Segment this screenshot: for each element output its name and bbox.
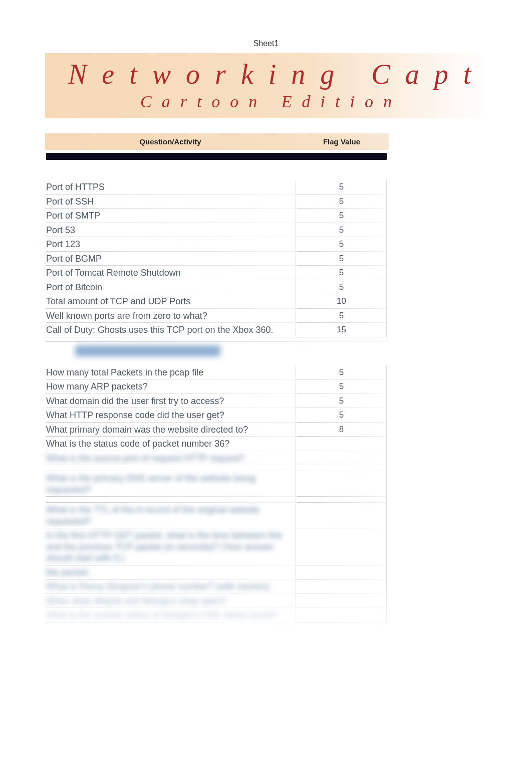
blurred-cell: What is the TTL of the A record of the o… — [45, 503, 296, 528]
value-cell: 5 — [296, 309, 387, 323]
value-cell: 5 — [296, 209, 387, 223]
value-cell: 8 — [296, 423, 387, 437]
value-cell: 5 — [296, 237, 387, 252]
blurred-cell — [296, 565, 387, 580]
table-row: How many ARP packets? 5 — [45, 379, 389, 394]
blurred-cell — [296, 608, 387, 623]
blurred-cell: What is the outside radius of Hodges's C… — [45, 608, 296, 623]
table-row: How many total Packets in the pcap file … — [45, 365, 389, 380]
blurred-row: What is Penny Simpson's phone number? (w… — [45, 579, 389, 594]
table-row: Well known ports are from zero to what? … — [45, 309, 389, 323]
blurred-row — [45, 497, 389, 503]
value-cell: 5 — [296, 365, 387, 380]
value-cell: 5 — [296, 379, 387, 394]
blurred-cell: the packet. — [45, 565, 296, 580]
column-header-row: Question/Activity Flag Value — [45, 133, 389, 150]
question-cell: How many total Packets in the pcap file — [45, 365, 296, 380]
table-row: Port 123 5 — [45, 237, 389, 252]
table-row: Total amount of TCP and UDP Ports 10 — [45, 294, 389, 309]
table-row: Port of BGMP 5 — [45, 252, 389, 266]
question-cell: Port of BGMP — [45, 252, 296, 266]
question-cell: How many ARP packets? — [45, 379, 296, 394]
blurred-cell: What is Penny Simpson's phone number? (w… — [45, 579, 296, 594]
blurred-row: the packet. — [45, 565, 389, 580]
sheet-label: Sheet1 — [0, 0, 532, 53]
blurred-row — [45, 465, 389, 471]
section-1-table: Port of HTTPS 5 Port of SSH 5 Port of SM… — [45, 180, 389, 337]
table-row: What HTTP response code did the user get… — [45, 408, 389, 423]
question-cell: Port 53 — [45, 223, 296, 238]
blurred-cell — [296, 528, 387, 565]
table-row: Port of SSH 5 — [45, 194, 389, 209]
section-2-table: How many total Packets in the pcap file … — [45, 365, 389, 623]
header-flag-value: Flag Value — [296, 137, 388, 146]
question-cell: Port of SSH — [45, 194, 296, 209]
table-row: Port of HTTPS 5 — [45, 180, 389, 194]
blurred-section-title — [75, 345, 220, 356]
question-cell: What is the status code of packet number… — [45, 437, 296, 451]
table-row: Call of Duty: Ghosts uses this TCP port … — [45, 323, 389, 337]
table-row: Port 53 5 — [45, 223, 389, 238]
value-cell: 15 — [296, 323, 387, 337]
blurred-cell — [296, 471, 387, 497]
table-row: Port of Tomcat Remote Shutdown 5 — [45, 266, 389, 280]
banner-title: Networking Capture — [68, 58, 487, 90]
blurred-row: What is the TTL of the A record of the o… — [45, 503, 389, 528]
question-cell: Port of SMTP — [45, 209, 296, 223]
blurred-cell — [296, 594, 387, 609]
value-cell: 5 — [296, 394, 387, 409]
blurred-cell: What is the source port of request HTTP … — [45, 451, 296, 466]
table-row: What is the status code of packet number… — [45, 437, 389, 451]
divider-bar — [46, 153, 387, 160]
question-cell: Port of Bitcoin — [45, 280, 296, 295]
value-cell: 5 — [296, 280, 387, 295]
value-cell — [296, 437, 387, 451]
value-cell: 10 — [296, 294, 387, 309]
title-banner: Networking Capture Cartoon Edition — [45, 53, 487, 118]
question-cell: Port 123 — [45, 237, 296, 252]
question-cell: What domain did the user first try to ac… — [45, 394, 296, 409]
table-row: What primary domain was the website dire… — [45, 423, 389, 437]
banner-subtitle: Cartoon Edition — [140, 92, 402, 111]
header-question: Question/Activity — [45, 137, 296, 146]
table-row: What domain did the user first try to ac… — [45, 394, 389, 409]
blurred-row: What is the source port of request HTTP … — [45, 451, 389, 466]
blurred-cell — [296, 451, 387, 466]
value-cell: 5 — [296, 408, 387, 423]
blurred-cell: When does Wayne and Wonga's shop open? — [45, 594, 296, 609]
value-cell: 5 — [296, 194, 387, 209]
value-cell: 5 — [296, 180, 387, 194]
value-cell: 5 — [296, 223, 387, 238]
question-cell: What HTTP response code did the user get… — [45, 408, 296, 423]
blurred-row: When does Wayne and Wonga's shop open? — [45, 594, 389, 609]
question-cell: Well known ports are from zero to what? — [45, 309, 296, 323]
section-2-header — [45, 341, 389, 360]
question-cell: Port of Tomcat Remote Shutdown — [45, 266, 296, 280]
value-cell: 5 — [296, 266, 387, 280]
blurred-row: In the first HTTP GET packet, what is th… — [45, 528, 389, 565]
blurred-cell: What is the primary DNS server of the we… — [45, 471, 296, 497]
blurred-cell: In the first HTTP GET packet, what is th… — [45, 528, 296, 565]
value-cell: 5 — [296, 252, 387, 266]
blurred-row: What is the primary DNS server of the we… — [45, 471, 389, 497]
table-row: Port of Bitcoin 5 — [45, 280, 389, 295]
question-cell: What primary domain was the website dire… — [45, 423, 296, 437]
question-cell: Port of HTTPS — [45, 180, 296, 194]
table-row: Port of SMTP 5 — [45, 209, 389, 223]
blurred-cell — [296, 503, 387, 528]
blurred-row: What is the outside radius of Hodges's C… — [45, 608, 389, 623]
blurred-cell — [296, 579, 387, 594]
question-cell: Call of Duty: Ghosts uses this TCP port … — [45, 323, 296, 337]
question-cell: Total amount of TCP and UDP Ports — [45, 294, 296, 309]
